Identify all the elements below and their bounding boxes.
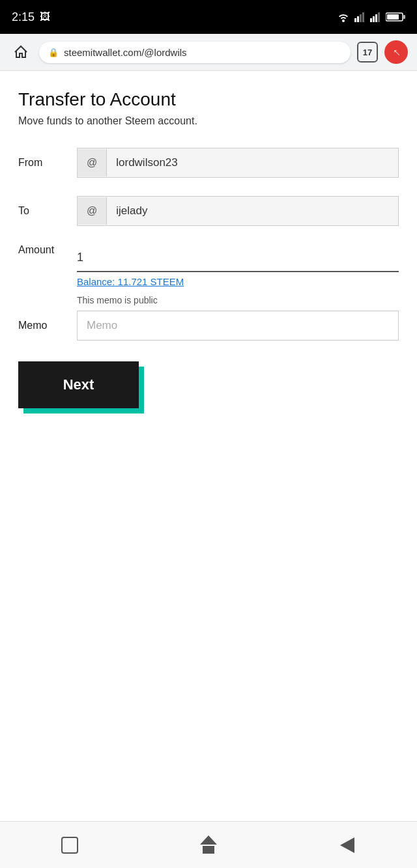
memo-row: Memo	[18, 311, 399, 341]
empty-space	[0, 621, 417, 821]
svg-rect-7	[378, 12, 380, 22]
svg-rect-3	[362, 12, 364, 22]
up-arrow-icon: ↑	[389, 45, 403, 59]
from-input-wrapper: @	[77, 148, 399, 178]
browser-bar: 🔒 steemitwallet.com/@lordwils 17 ↑	[0, 34, 417, 71]
to-input[interactable]	[107, 197, 398, 225]
next-button[interactable]: Next	[18, 361, 139, 408]
to-row: To @	[18, 196, 399, 226]
memo-public-note: This memo is public	[77, 295, 399, 305]
screenshot-icon: 🖼	[40, 11, 50, 23]
memo-input[interactable]	[87, 319, 389, 332]
to-input-wrapper: @	[77, 196, 399, 226]
svg-rect-2	[360, 14, 362, 22]
svg-rect-9	[403, 15, 405, 19]
svg-rect-1	[357, 16, 359, 22]
signal-icon-2	[370, 12, 382, 22]
amount-input[interactable]	[77, 248, 399, 267]
lock-icon: 🔒	[48, 48, 59, 57]
page-subtitle: Move funds to another Steem account.	[18, 115, 399, 127]
status-time-group: 2:15 🖼	[12, 10, 50, 24]
recent-apps-icon	[61, 837, 78, 854]
browser-home-button[interactable]	[9, 40, 33, 64]
from-label: From	[18, 157, 77, 169]
next-button-section: Next	[18, 361, 139, 408]
from-input[interactable]	[107, 148, 398, 177]
balance-link[interactable]: Balance: 11.721 STEEM	[77, 276, 184, 287]
recent-apps-button[interactable]	[54, 830, 85, 861]
memo-label: Memo	[18, 320, 77, 331]
status-bar: 2:15 🖼	[0, 0, 417, 34]
wifi-icon	[336, 12, 351, 22]
to-at-symbol: @	[78, 197, 107, 225]
to-label: To	[18, 205, 77, 217]
bottom-nav	[0, 821, 417, 868]
battery-icon	[386, 12, 405, 22]
amount-label: Amount	[18, 244, 77, 256]
svg-rect-10	[387, 14, 399, 20]
amount-section: Amount Balance: 11.721 STEEM This memo i…	[18, 244, 399, 305]
from-row: From @	[18, 148, 399, 178]
home-nav-icon	[200, 837, 217, 854]
svg-rect-4	[370, 18, 372, 22]
memo-input-wrapper	[77, 311, 399, 341]
svg-rect-6	[375, 14, 377, 22]
page-content: Transfer to Account Move funds to anothe…	[0, 71, 417, 621]
signal-icon	[354, 12, 366, 22]
svg-rect-5	[373, 16, 375, 22]
home-nav-button[interactable]	[193, 830, 224, 861]
back-nav-button[interactable]	[332, 830, 363, 861]
amount-input-wrapper	[77, 244, 399, 272]
page-title: Transfer to Account	[18, 89, 399, 110]
status-icons	[336, 12, 405, 22]
status-time: 2:15	[12, 10, 35, 24]
svg-rect-0	[354, 18, 356, 22]
from-at-symbol: @	[78, 149, 107, 176]
scroll-to-top-button[interactable]: ↑	[384, 40, 408, 64]
back-nav-icon	[340, 837, 354, 853]
tab-count-button[interactable]: 17	[357, 42, 378, 63]
amount-row: Amount	[18, 244, 399, 272]
url-text: steemitwallet.com/@lordwils	[64, 47, 187, 58]
address-bar[interactable]: 🔒 steemitwallet.com/@lordwils	[39, 42, 351, 63]
